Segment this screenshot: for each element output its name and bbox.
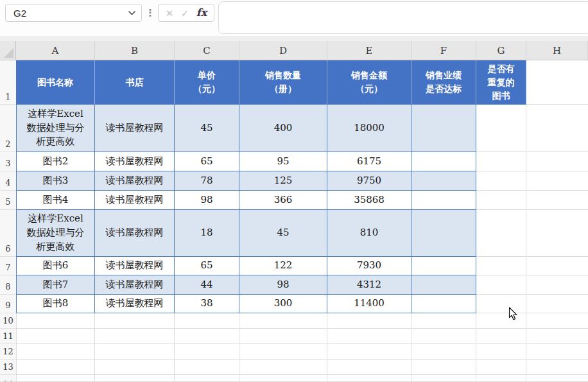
cell-E12[interactable] [327, 344, 411, 360]
cell-D13[interactable] [239, 360, 327, 375]
cell-A9[interactable]: 图书8 [16, 295, 95, 313]
cell-D7[interactable]: 122 [239, 257, 327, 275]
cell-A8[interactable]: 图书7 [16, 275, 95, 295]
cell-G14[interactable] [476, 375, 526, 382]
cell-B13[interactable] [95, 360, 175, 375]
cell-F7[interactable] [411, 257, 476, 275]
row-header-7[interactable]: 7 [0, 257, 16, 275]
cell-H13[interactable] [526, 360, 588, 375]
cell-C9[interactable]: 38 [175, 295, 239, 313]
cell-F9[interactable] [411, 295, 476, 313]
row-header-12[interactable]: 12 [0, 344, 16, 360]
cell-C7[interactable]: 65 [175, 257, 239, 275]
cell-E1[interactable]: 销售金额 （元） [327, 60, 411, 105]
cell-F10[interactable] [411, 313, 476, 329]
cell-H12[interactable] [526, 344, 588, 360]
cell-C10[interactable] [175, 313, 239, 329]
cell-B4[interactable]: 读书屋教程网 [95, 171, 175, 191]
cell-G3[interactable] [476, 152, 526, 171]
cancel-entry-button[interactable]: ✕ [166, 8, 174, 18]
drag-handle-icon[interactable]: ⋮ [146, 4, 155, 22]
cell-G1[interactable]: 是否有 重复的 图书 [476, 60, 526, 105]
column-header-C[interactable]: C [175, 41, 239, 60]
cell-G8[interactable] [476, 275, 526, 295]
cell-C5[interactable]: 98 [175, 191, 239, 210]
cell-C11[interactable] [175, 329, 239, 344]
cell-F6[interactable] [411, 210, 476, 257]
cell-D6[interactable]: 45 [239, 210, 327, 257]
cell-A3[interactable]: 图书2 [16, 152, 95, 171]
cell-F4[interactable] [411, 171, 476, 191]
cell-H1[interactable] [526, 60, 588, 105]
cell-B9[interactable]: 读书屋教程网 [95, 295, 175, 313]
cell-B14[interactable] [95, 375, 175, 382]
cell-A14[interactable] [16, 375, 95, 382]
cell-C1[interactable]: 单价 （元） [175, 60, 239, 105]
row-header-14[interactable]: 14 [0, 375, 16, 382]
row-header-2[interactable]: 2 [0, 105, 16, 152]
cell-E8[interactable]: 4312 [327, 275, 411, 295]
cell-F1[interactable]: 销售业绩 是否达标 [411, 60, 476, 105]
row-header-9[interactable]: 9 [0, 295, 16, 313]
cell-C8[interactable]: 44 [175, 275, 239, 295]
cell-G4[interactable] [476, 171, 526, 191]
cell-G2[interactable] [476, 105, 526, 152]
cell-G6[interactable] [476, 210, 526, 257]
cell-D5[interactable]: 366 [239, 191, 327, 210]
cell-H6[interactable] [526, 210, 588, 257]
column-header-E[interactable]: E [327, 41, 411, 60]
cell-A10[interactable] [16, 313, 95, 329]
cell-H9[interactable] [526, 295, 588, 313]
cell-H11[interactable] [526, 329, 588, 344]
cell-D3[interactable]: 95 [239, 152, 327, 171]
cell-A13[interactable] [16, 360, 95, 375]
cell-A11[interactable] [16, 329, 95, 344]
cell-H8[interactable] [526, 275, 588, 295]
cell-A1[interactable]: 图书名称 [16, 60, 95, 105]
cell-C3[interactable]: 65 [175, 152, 239, 171]
cell-E4[interactable]: 9750 [327, 171, 411, 191]
cell-A5[interactable]: 图书4 [16, 191, 95, 210]
column-header-H[interactable]: H [526, 41, 588, 60]
cell-H14[interactable] [526, 375, 588, 382]
cell-E6[interactable]: 810 [327, 210, 411, 257]
cell-A12[interactable] [16, 344, 95, 360]
cell-A4[interactable]: 图书3 [16, 171, 95, 191]
chevron-down-icon[interactable] [128, 11, 135, 15]
cell-E13[interactable] [327, 360, 411, 375]
cell-B1[interactable]: 书店 [95, 60, 175, 105]
cell-F5[interactable] [411, 191, 476, 210]
cell-B6[interactable]: 读书屋教程网 [95, 210, 175, 257]
cell-A7[interactable]: 图书6 [16, 257, 95, 275]
cell-B5[interactable]: 读书屋教程网 [95, 191, 175, 210]
cell-C4[interactable]: 78 [175, 171, 239, 191]
row-header-13[interactable]: 13 [0, 360, 16, 375]
cell-D8[interactable]: 98 [239, 275, 327, 295]
cell-H2[interactable] [526, 105, 588, 152]
cell-B3[interactable]: 读书屋教程网 [95, 152, 175, 171]
cell-G11[interactable] [476, 329, 526, 344]
column-header-A[interactable]: A [16, 41, 95, 60]
cell-G5[interactable] [476, 191, 526, 210]
cell-D10[interactable] [239, 313, 327, 329]
row-header-3[interactable]: 3 [0, 152, 16, 171]
name-box[interactable]: G2 [5, 4, 142, 22]
column-header-G[interactable]: G [476, 41, 526, 60]
cell-A6[interactable]: 这样学Excel 数据处理与分 析更高效 [16, 210, 95, 257]
cell-D4[interactable]: 125 [239, 171, 327, 191]
cell-B8[interactable]: 读书屋教程网 [95, 275, 175, 295]
cell-D2[interactable]: 400 [239, 105, 327, 152]
cell-F11[interactable] [411, 329, 476, 344]
row-header-8[interactable]: 8 [0, 275, 16, 295]
cell-E14[interactable] [327, 375, 411, 382]
cell-B2[interactable]: 读书屋教程网 [95, 105, 175, 152]
cell-H10[interactable] [526, 313, 588, 329]
select-all-corner[interactable] [0, 41, 16, 60]
row-header-10[interactable]: 10 [0, 313, 16, 329]
cell-E7[interactable]: 7930 [327, 257, 411, 275]
confirm-entry-button[interactable]: ✓ [181, 8, 189, 18]
cell-H4[interactable] [526, 171, 588, 191]
cell-F2[interactable] [411, 105, 476, 152]
cell-C13[interactable] [175, 360, 239, 375]
row-header-11[interactable]: 11 [0, 329, 16, 344]
